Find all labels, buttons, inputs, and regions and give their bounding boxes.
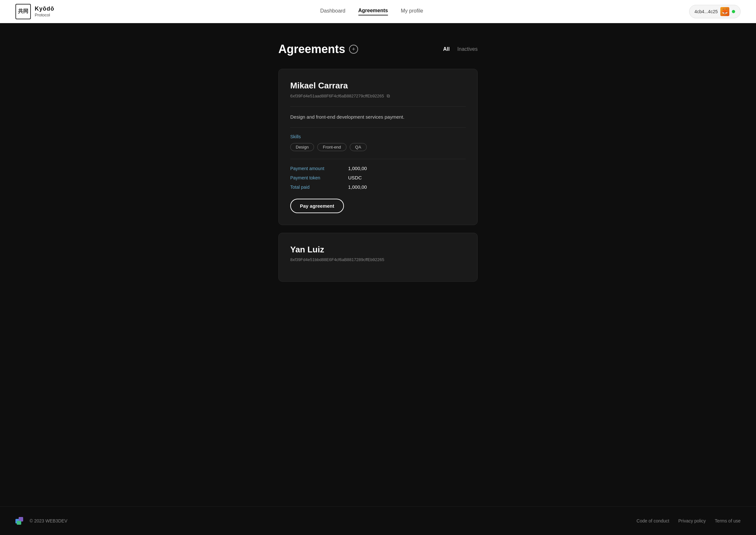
agreement-card-2: Yan Luiz 8xf39Fd4e51bbd88E6F4cf6aB881728… xyxy=(278,233,478,282)
divider-1 xyxy=(290,106,466,107)
add-agreement-button[interactable]: + xyxy=(349,45,358,54)
page-title: Agreements xyxy=(278,42,345,56)
wallet-avatar: 🦊 xyxy=(720,7,729,16)
nav-my-profile[interactable]: My profile xyxy=(401,8,423,15)
wallet-badge[interactable]: 4cb4...4c25 🦊 xyxy=(689,5,741,18)
skill-frontend: Front-end xyxy=(317,143,346,151)
divider-3 xyxy=(290,159,466,159)
agreement-card-1: Mikael Carrara 6xf39Fd4e51aad88F6F4cf6aB… xyxy=(278,69,478,225)
logo-name: Kyōdō xyxy=(35,6,54,13)
footer-terms-of-use[interactable]: Terms of use xyxy=(715,518,741,523)
agreement-1-address: 6xf39Fd4e51aad88F6F4cf6aB8827279cffEb922… xyxy=(290,93,466,99)
logo-sub: Protocol xyxy=(35,13,54,18)
wallet-address: 4cb4...4c25 xyxy=(695,9,718,14)
pay-agreement-button[interactable]: Pay agreement xyxy=(290,199,344,213)
svg-rect-1 xyxy=(19,517,23,521)
agreement-1-name: Mikael Carrara xyxy=(290,81,466,91)
filter-tabs: All Inactives xyxy=(443,46,478,52)
filter-inactives[interactable]: Inactives xyxy=(457,46,478,52)
main-nav: Dashboard Agreements My profile xyxy=(320,8,423,15)
skill-qa: QA xyxy=(350,143,367,151)
skills-tags: Design Front-end QA xyxy=(290,143,466,151)
footer-left: © 2023 WEB3DEV xyxy=(15,516,68,526)
payment-amount-label: Payment amount xyxy=(290,166,348,171)
skill-design: Design xyxy=(290,143,314,151)
nav-agreements[interactable]: Agreements xyxy=(358,8,388,15)
total-paid-label: Total paid xyxy=(290,184,348,190)
agreement-1-skills: Skills Design Front-end QA xyxy=(290,134,466,151)
page-header: Agreements + All Inactives xyxy=(278,42,478,56)
payment-token-label: Payment token xyxy=(290,175,348,181)
footer-copyright: © 2023 WEB3DEV xyxy=(30,518,68,523)
payment-amount-value: 1,000,00 xyxy=(348,166,466,171)
footer-links: Code of conduct Privacy policy Terms of … xyxy=(636,518,741,523)
logo[interactable]: 共同 Kyōdō Protocol xyxy=(15,4,54,19)
svg-rect-2 xyxy=(17,521,21,525)
total-paid-value: 1,000,00 xyxy=(348,184,466,190)
wallet-status-dot xyxy=(732,10,735,13)
footer-code-of-conduct[interactable]: Code of conduct xyxy=(636,518,669,523)
payment-token-value: USDC xyxy=(348,175,466,181)
agreement-1-description: Design and front-end development service… xyxy=(290,113,466,121)
footer-privacy-policy[interactable]: Privacy policy xyxy=(678,518,706,523)
agreement-2-address: 8xf39Fd4e51bbd88E6F4cf6aB8817289cffEb922… xyxy=(290,257,466,262)
agreement-2-name: Yan Luiz xyxy=(290,245,466,255)
filter-all[interactable]: All xyxy=(443,46,449,52)
skills-label: Skills xyxy=(290,134,466,139)
footer: © 2023 WEB3DEV Code of conduct Privacy p… xyxy=(0,506,756,535)
copy-address-icon[interactable]: ⧉ xyxy=(387,93,390,99)
nav-dashboard[interactable]: Dashboard xyxy=(320,8,345,15)
logo-kanji: 共同 xyxy=(15,4,31,19)
page-title-area: Agreements + xyxy=(278,42,358,56)
main-content: Agreements + All Inactives Mikael Carrar… xyxy=(278,23,478,506)
footer-logo-icon xyxy=(15,516,26,526)
divider-2 xyxy=(290,127,466,127)
payment-info: Payment amount 1,000,00 Payment token US… xyxy=(290,166,466,190)
